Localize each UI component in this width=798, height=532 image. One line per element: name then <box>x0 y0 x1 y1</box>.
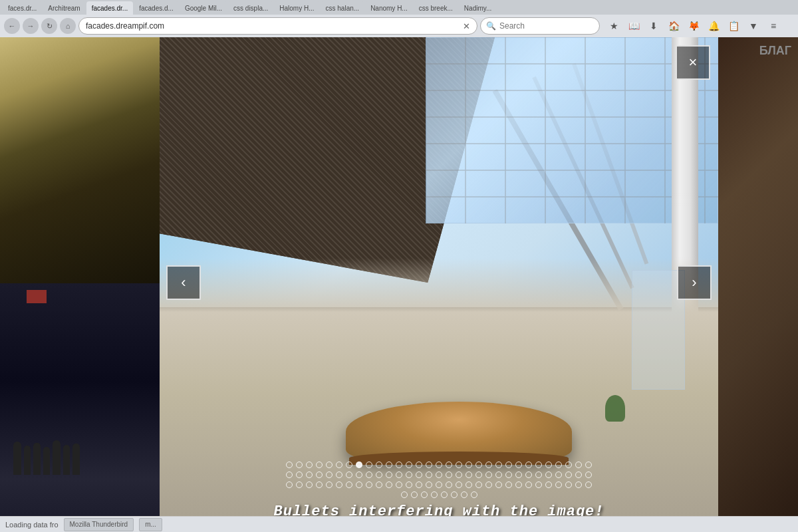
bullet-2-12[interactable] <box>396 471 402 478</box>
bullet-2-7[interactable] <box>346 471 352 478</box>
tab-4[interactable]: facades.d... <box>134 1 179 15</box>
notifications-icon[interactable]: 🔔 <box>705 17 722 35</box>
tab-7[interactable]: Halomy H... <box>274 1 319 15</box>
taskbar-item-2[interactable]: m... <box>139 518 162 531</box>
bullet-4-2[interactable] <box>411 491 418 498</box>
bullet-2-9[interactable] <box>366 471 372 478</box>
bullet-2-18[interactable] <box>456 471 462 478</box>
bullet-1-7[interactable] <box>346 462 352 468</box>
bullet-1-1[interactable] <box>286 462 293 468</box>
tab-8[interactable]: css halan... <box>321 1 365 15</box>
address-clear-button[interactable]: ✕ <box>463 21 470 31</box>
download-icon[interactable]: ⬇ <box>645 17 662 35</box>
bullet-2-26[interactable] <box>535 471 542 478</box>
bullet-1-18[interactable] <box>456 462 462 468</box>
back-button[interactable]: ← <box>4 18 20 34</box>
bullet-2-19[interactable] <box>466 471 472 478</box>
bullet-1-24[interactable] <box>515 462 522 468</box>
reader-icon[interactable]: 📖 <box>625 17 642 35</box>
close-button[interactable]: × <box>676 45 710 80</box>
bullet-4-1[interactable] <box>401 491 408 498</box>
bullet-3-3[interactable] <box>306 481 313 488</box>
bullet-4-6[interactable] <box>451 491 458 498</box>
home-icon[interactable]: 🏠 <box>665 17 682 35</box>
bullet-2-4[interactable] <box>316 471 323 478</box>
search-bar[interactable]: 🔍 <box>480 17 600 35</box>
bullet-1-30[interactable] <box>575 462 582 468</box>
bullet-1-14[interactable] <box>416 462 422 468</box>
bullet-2-8[interactable] <box>356 471 362 478</box>
dropdown-icon[interactable]: ▼ <box>745 17 762 35</box>
bullet-1-22[interactable] <box>495 462 502 468</box>
bullet-1-26[interactable] <box>535 462 542 468</box>
bullet-3-14[interactable] <box>416 481 422 488</box>
bullet-2-1[interactable] <box>286 471 293 478</box>
bullet-3-29[interactable] <box>565 481 572 488</box>
bullet-1-20[interactable] <box>475 462 482 468</box>
bullet-2-17[interactable] <box>446 471 452 478</box>
bullet-4-7[interactable] <box>461 491 467 498</box>
bullet-3-27[interactable] <box>545 481 552 488</box>
bullet-4-4[interactable] <box>431 491 438 498</box>
bullet-3-8[interactable] <box>356 481 362 488</box>
tab-1[interactable]: faces.dr... <box>3 1 42 15</box>
bullet-2-3[interactable] <box>306 471 313 478</box>
bullet-1-11[interactable] <box>386 462 392 468</box>
bullet-3-7[interactable] <box>346 481 352 488</box>
tab-10[interactable]: css breek... <box>414 1 458 15</box>
tab-3-active[interactable]: facades.dr... <box>86 1 133 15</box>
bullet-4-3[interactable] <box>421 491 428 498</box>
bullet-1-12[interactable] <box>396 462 402 468</box>
bullet-2-11[interactable] <box>386 471 392 478</box>
bullet-1-9[interactable] <box>366 462 372 468</box>
bullet-4-8[interactable] <box>471 491 477 498</box>
bullet-2-27[interactable] <box>545 471 552 478</box>
bullet-3-28[interactable] <box>555 481 562 488</box>
bullet-3-2[interactable] <box>296 481 303 488</box>
bullet-3-31[interactable] <box>585 481 592 488</box>
tab-6[interactable]: css displa... <box>228 1 273 15</box>
bullet-3-16[interactable] <box>436 481 442 488</box>
bullet-3-5[interactable] <box>326 481 332 488</box>
tab-5[interactable]: Google Mil... <box>180 1 227 15</box>
bullet-1-28[interactable] <box>555 462 562 468</box>
bullet-3-23[interactable] <box>505 481 512 488</box>
bullet-1-3[interactable] <box>306 462 313 468</box>
bullet-3-6[interactable] <box>336 481 342 488</box>
bullet-2-24[interactable] <box>515 471 522 478</box>
refresh-button[interactable]: ↻ <box>41 18 57 34</box>
next-button[interactable]: › <box>677 265 712 300</box>
bullet-3-30[interactable] <box>575 481 582 488</box>
bullet-1-19[interactable] <box>466 462 472 468</box>
bullet-2-20[interactable] <box>475 471 482 478</box>
tab-9[interactable]: Nanomy H... <box>365 1 413 15</box>
bullet-3-22[interactable] <box>495 481 502 488</box>
bullet-3-9[interactable] <box>366 481 372 488</box>
tab-11[interactable]: Nadimy... <box>459 1 497 15</box>
clipboard-icon[interactable]: 📋 <box>725 17 742 35</box>
bullet-2-22[interactable] <box>495 471 502 478</box>
privacy-icon[interactable]: 🦊 <box>685 17 702 35</box>
bullet-1-29[interactable] <box>565 462 572 468</box>
bullet-2-21[interactable] <box>485 471 492 478</box>
prev-button[interactable]: ‹ <box>166 265 201 300</box>
bullet-3-18[interactable] <box>456 481 462 488</box>
bullet-2-29[interactable] <box>565 471 572 478</box>
bullet-2-30[interactable] <box>575 471 582 478</box>
search-input[interactable] <box>499 21 579 31</box>
bullet-3-21[interactable] <box>485 481 492 488</box>
bullet-2-15[interactable] <box>426 471 432 478</box>
taskbar-item-1[interactable]: Mozilla Thunderbird <box>64 518 134 531</box>
bullet-1-13[interactable] <box>406 462 412 468</box>
bullet-3-17[interactable] <box>446 481 452 488</box>
bullet-3-11[interactable] <box>386 481 392 488</box>
bullet-1-2[interactable] <box>296 462 303 468</box>
bullet-2-31[interactable] <box>585 471 592 478</box>
bullet-1-16[interactable] <box>436 462 442 468</box>
bullet-1-25[interactable] <box>525 462 532 468</box>
address-bar[interactable]: facades.dreampif.com ✕ <box>78 17 477 35</box>
bullet-3-4[interactable] <box>316 481 323 488</box>
bullet-1-8[interactable] <box>356 462 362 468</box>
bullet-3-24[interactable] <box>515 481 522 488</box>
bullet-3-13[interactable] <box>406 481 412 488</box>
